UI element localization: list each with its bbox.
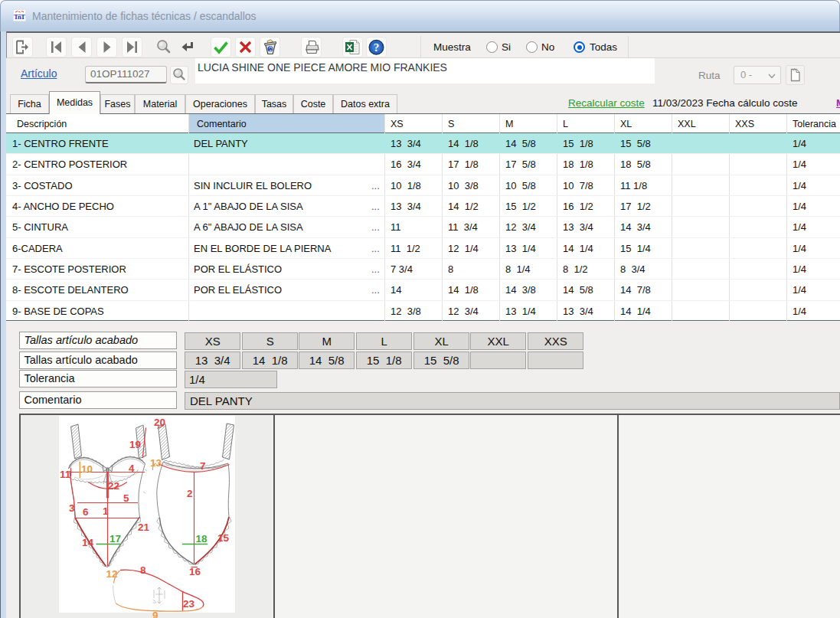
svg-text:?: ? [374,41,379,54]
svg-text:19: 19 [129,439,141,450]
svg-text:21: 21 [138,522,150,533]
svg-text:20: 20 [154,417,165,428]
svg-text:8: 8 [140,564,146,576]
svg-text:13: 13 [150,457,162,469]
svg-text:22: 22 [108,480,119,492]
svg-text:15: 15 [217,532,230,544]
svg-text:23: 23 [183,598,195,610]
svg-text:3: 3 [69,502,75,514]
svg-text:12: 12 [106,568,118,580]
svg-text:18: 18 [196,533,208,544]
svg-text:10: 10 [81,463,93,475]
svg-text:6: 6 [83,506,89,518]
svg-text:16: 16 [189,566,201,577]
svg-text:7: 7 [200,460,206,472]
svg-text:4: 4 [129,463,135,474]
svg-text:11: 11 [60,469,71,480]
svg-text:9: 9 [152,610,159,618]
svg-text:17: 17 [109,533,121,544]
svg-text:2: 2 [187,488,193,499]
svg-text:14: 14 [82,537,94,548]
svg-text:TñT: TñT [14,13,25,21]
svg-text:1: 1 [103,505,109,517]
svg-text:5: 5 [123,492,129,504]
